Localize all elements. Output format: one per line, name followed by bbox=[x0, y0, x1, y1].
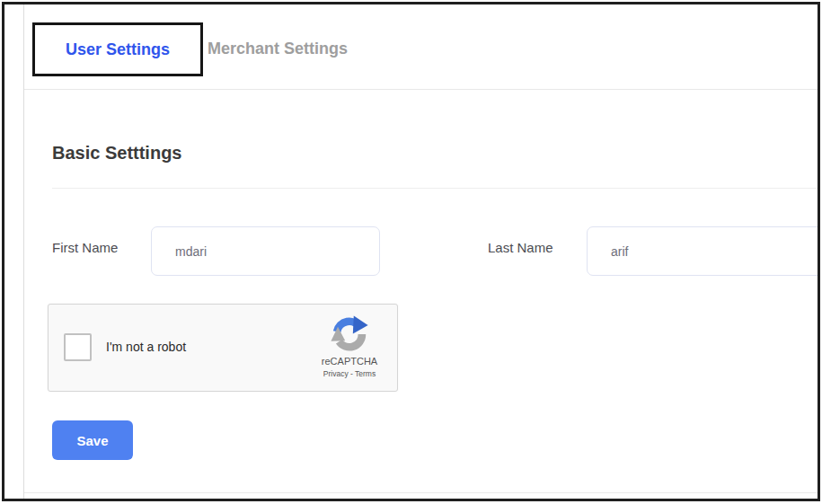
section-title: Basic Setttings bbox=[52, 143, 181, 164]
recaptcha-brand-text: reCAPTCHA bbox=[306, 356, 393, 367]
screenshot-frame: User Settings Merchant Settings Basic Se… bbox=[2, 2, 820, 501]
section-divider bbox=[52, 188, 818, 189]
settings-page: User Settings Merchant Settings Basic Se… bbox=[4, 4, 818, 499]
content-bottom-border bbox=[24, 492, 818, 493]
last-name-label: Last Name bbox=[488, 240, 553, 255]
tab-merchant-settings[interactable]: Merchant Settings bbox=[208, 40, 348, 58]
recaptcha-checkbox-label: I'm not a robot bbox=[106, 340, 186, 354]
recaptcha-checkbox[interactable] bbox=[64, 333, 92, 361]
first-name-label: First Name bbox=[52, 240, 118, 255]
first-name-input[interactable] bbox=[151, 226, 380, 276]
recaptcha-widget: I'm not a robot reCAPTCHA Privacy - Term… bbox=[48, 304, 398, 392]
recaptcha-privacy-terms-links[interactable]: Privacy - Terms bbox=[306, 369, 393, 378]
last-name-input[interactable] bbox=[587, 226, 818, 276]
recaptcha-logo-icon bbox=[306, 314, 393, 355]
tab-user-settings[interactable]: User Settings bbox=[66, 40, 170, 59]
annotation-highlight-box: User Settings bbox=[32, 22, 203, 76]
save-button[interactable]: Save bbox=[52, 420, 133, 460]
tabbar-bottom-border bbox=[24, 89, 818, 90]
left-gutter-divider bbox=[23, 4, 24, 499]
recaptcha-branding: reCAPTCHA Privacy - Terms bbox=[306, 314, 393, 378]
